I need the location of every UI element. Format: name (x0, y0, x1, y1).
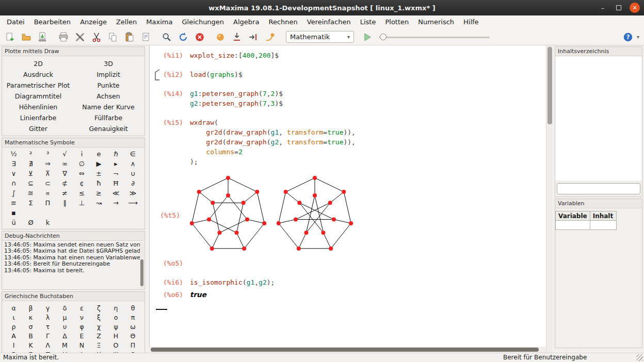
math-symbol[interactable]: Ø (22, 218, 39, 227)
greek-letter[interactable]: B (22, 332, 39, 341)
paste-button[interactable] (123, 30, 136, 44)
math-symbol[interactable]: i (73, 149, 90, 159)
greek-letter[interactable]: Ξ (90, 341, 107, 350)
print-button[interactable] (57, 30, 70, 44)
math-symbol[interactable]: ∩ (5, 178, 22, 188)
math-symbol[interactable]: ∇ (56, 169, 73, 178)
title-bar[interactable]: wxMaxima 19.08.1-DevelopmentSnapshot [ l… (0, 0, 644, 15)
menu-item-liste[interactable]: Liste (356, 15, 381, 29)
math-symbol[interactable]: ≠ (56, 188, 73, 198)
draw-button-f-llfarbe[interactable]: Füllfarbe (73, 112, 143, 123)
draw-button-parametrischer-plot[interactable]: Parametrischer Plot (3, 80, 73, 91)
math-symbol[interactable]: Ħ (107, 178, 124, 188)
math-symbol[interactable]: ∃ (5, 159, 22, 169)
math-symbol[interactable]: k (39, 218, 56, 227)
math-symbol[interactable]: ³ (39, 149, 56, 159)
math-symbol[interactable]: ∄ (22, 159, 39, 169)
maximize-button[interactable] (614, 3, 624, 13)
math-symbol[interactable]: ≅ (22, 188, 39, 198)
save-button[interactable] (36, 30, 50, 44)
math-symbol[interactable]: ⇔ (73, 169, 90, 178)
math-symbol[interactable]: ∝ (39, 188, 56, 198)
greek-letter[interactable]: I (5, 341, 22, 350)
math-symbol[interactable]: ∫ (5, 188, 22, 198)
greek-letter[interactable]: E (73, 332, 90, 341)
menu-item-plotten[interactable]: Plotten (380, 15, 413, 29)
math-symbol[interactable]: Σ (22, 198, 39, 208)
menu-item-datei[interactable]: Datei (2, 15, 29, 29)
draw-button-achsen[interactable]: Achsen (73, 91, 143, 102)
greek-letter[interactable]: κ (22, 313, 39, 322)
math-symbol[interactable]: → (107, 198, 124, 208)
restart-button[interactable] (176, 30, 190, 44)
draw-button-2d[interactable]: 2D (3, 58, 73, 69)
math-symbol[interactable]: Π (39, 198, 56, 208)
toc-list[interactable] (555, 56, 642, 180)
math-symbol[interactable]: ² (22, 149, 39, 159)
slider-track[interactable] (379, 37, 490, 38)
variables-cell-name[interactable] (556, 221, 590, 230)
greek-letter[interactable]: ω (124, 322, 141, 332)
math-symbol[interactable]: ⊄ (56, 178, 73, 188)
greek-letter[interactable]: ζ (90, 304, 107, 313)
greek-letter[interactable]: ρ (5, 322, 22, 332)
help-button[interactable]: ? (622, 31, 634, 43)
menu-item-hilfe[interactable]: Hilfe (459, 15, 484, 29)
math-symbol[interactable]: ≤ (73, 188, 90, 198)
math-symbol[interactable]: ¬ (107, 169, 124, 178)
greek-letter[interactable]: O (107, 341, 124, 350)
math-symbol[interactable]: ⟶ (124, 198, 141, 208)
copy-button[interactable] (106, 30, 120, 44)
cell-code[interactable]: load(graphs)$ (190, 70, 243, 79)
greek-letter[interactable]: ψ (107, 322, 124, 332)
interrupt-button[interactable] (193, 30, 206, 44)
greek-letter[interactable]: ν (73, 313, 90, 322)
greek-letter[interactable]: Λ (39, 341, 56, 350)
math-symbol[interactable]: ≪ (107, 188, 124, 198)
greek-letter[interactable]: φ (73, 322, 90, 332)
greek-letter[interactable]: σ (22, 322, 39, 332)
cell-figure[interactable] (187, 176, 356, 254)
menu-item-maxima[interactable]: Maxima (141, 15, 177, 29)
debug-scrollbar-thumb[interactable] (140, 259, 143, 286)
animation-slider[interactable] (379, 31, 490, 43)
find-button[interactable] (160, 30, 173, 44)
draw-button-3d[interactable]: 3D (73, 58, 143, 69)
math-symbol[interactable]: ⊥ (73, 198, 90, 208)
vertical-scrollbar[interactable] (546, 45, 553, 353)
math-symbol[interactable]: ∧ (124, 159, 141, 169)
greek-letter[interactable]: H (107, 332, 124, 341)
greek-letter[interactable]: N (73, 341, 90, 350)
greek-letter[interactable]: χ (90, 322, 107, 332)
math-symbol[interactable]: ± (90, 169, 107, 178)
worksheet-cursor[interactable] (156, 309, 167, 310)
draw-button-genauigkeit[interactable]: Genauigkeit (73, 123, 143, 134)
math-symbol[interactable]: ↝ (90, 198, 107, 208)
math-symbol[interactable]: ∥ (56, 198, 73, 208)
math-symbol[interactable]: ▸ (107, 159, 124, 169)
math-symbol[interactable]: √ (56, 149, 73, 159)
menu-item-gleichungen[interactable]: Gleichungen (177, 15, 229, 29)
horizontal-scrollbar-thumb[interactable] (151, 348, 539, 352)
toc-filter-input[interactable] (557, 183, 640, 194)
menu-item-bearbeiten[interactable]: Bearbeiten (29, 15, 75, 29)
math-symbol[interactable]: ℏ (107, 149, 124, 159)
greek-letter[interactable]: ο (107, 313, 124, 322)
greek-letter[interactable]: Π (124, 341, 141, 350)
menu-item-algebra[interactable]: Algebra (229, 15, 264, 29)
horizontal-scrollbar[interactable] (149, 347, 546, 353)
math-symbol[interactable]: ⊆ (22, 178, 39, 188)
draw-button-name-der-kurve[interactable]: Name der Kurve (73, 102, 143, 112)
greek-letter[interactable]: λ (39, 313, 56, 322)
follow-evaluation-button[interactable] (247, 30, 260, 44)
slider-handle[interactable] (380, 34, 387, 40)
debug-scrollbar[interactable] (140, 242, 144, 288)
menu-item-vereinfachen[interactable]: Vereinfachen (302, 15, 356, 29)
greek-letter[interactable]: δ (56, 304, 73, 313)
math-symbol[interactable]: ∞ (56, 159, 73, 169)
menu-item-zellen[interactable]: Zellen (111, 15, 141, 29)
greek-letter[interactable]: A (5, 332, 22, 341)
math-symbol[interactable]: ≡ (5, 198, 22, 208)
cell-code[interactable]: wxdraw( gr2d(draw_graph(g1, transform=tr… (190, 118, 356, 167)
greek-letter[interactable]: Δ (56, 332, 73, 341)
